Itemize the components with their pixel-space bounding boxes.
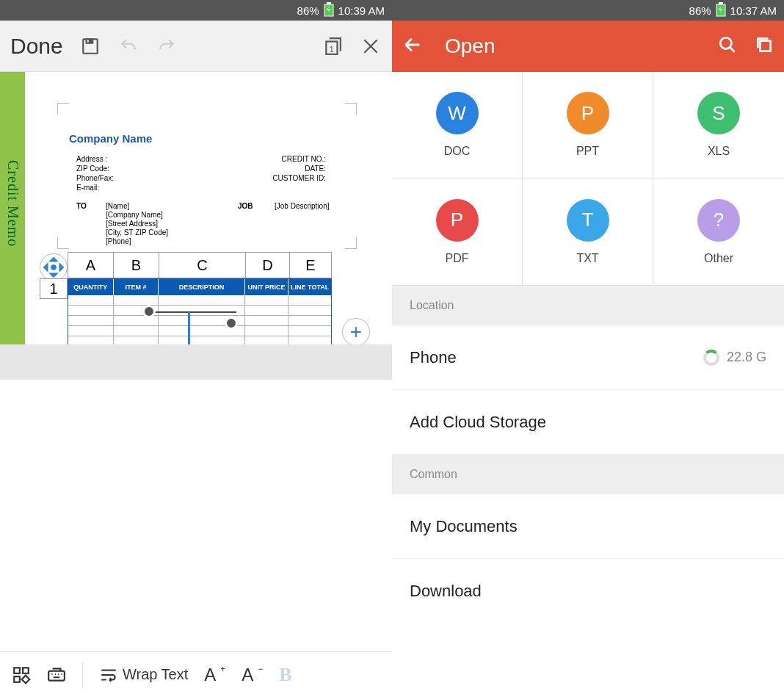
svg-rect-2 xyxy=(327,2,331,4)
grid-row[interactable] xyxy=(68,326,331,336)
right-screenshot: 86% 10:37 AM Open WDOCPPPTSXLSPPDFTTXT?O… xyxy=(392,0,784,697)
close-icon[interactable] xyxy=(360,35,382,57)
filetype-label: Other xyxy=(704,252,733,265)
save-icon[interactable] xyxy=(79,35,101,57)
location-phone-label: Phone xyxy=(410,348,703,367)
filetype-grid: WDOCPPPTSXLSPPDFTTXT?Other xyxy=(392,72,784,286)
clock-time: 10:37 AM xyxy=(730,4,777,17)
company-meta-right: CREDIT NO.:DATE:CUSTOMER ID: xyxy=(208,155,326,193)
location-add-cloud[interactable]: Add Cloud Storage xyxy=(392,390,784,455)
filetype-icon: T xyxy=(567,199,609,242)
font-increase-button[interactable]: A+ xyxy=(204,665,225,685)
storage-ring-icon xyxy=(703,350,719,366)
document-page[interactable]: Company Name Address :ZIP Code:Phone/Fax… xyxy=(25,72,392,344)
filetype-doc[interactable]: WDOC xyxy=(392,72,523,178)
done-button[interactable]: Done xyxy=(10,34,63,59)
battery-percent: 86% xyxy=(689,4,711,17)
column-header-c[interactable]: C xyxy=(159,252,245,278)
location-phone-size: 22.8 G xyxy=(727,350,766,365)
format-toolbar: Wrap Text A+ A− B xyxy=(0,651,392,697)
redo-icon[interactable] xyxy=(156,35,178,57)
company-name: Company Name xyxy=(69,132,370,145)
keyboard-icon[interactable] xyxy=(47,665,66,685)
battery-icon xyxy=(716,2,726,19)
grid-header-cell: DESCRIPTION xyxy=(159,279,244,295)
editor-toolbar: Done 1 xyxy=(0,21,392,72)
filetype-icon: P xyxy=(436,199,479,242)
column-header-d[interactable]: D xyxy=(245,252,289,278)
grid-header-cell: ITEM # xyxy=(114,279,159,295)
filetype-txt[interactable]: TTXT xyxy=(523,178,653,285)
section-header-location: Location xyxy=(392,286,784,325)
svg-point-8 xyxy=(52,266,56,270)
filetype-icon: ? xyxy=(697,199,740,242)
undo-icon[interactable] xyxy=(117,35,139,57)
back-arrow-icon[interactable] xyxy=(402,35,423,58)
pages-icon[interactable]: 1 xyxy=(322,35,344,57)
location-cloud-label: Add Cloud Storage xyxy=(410,413,766,432)
section-header-common: Common xyxy=(392,455,784,494)
document-tab-label: Credit Memo xyxy=(4,160,21,247)
svg-point-17 xyxy=(720,37,731,48)
filetype-pdf[interactable]: PPDF xyxy=(392,178,523,285)
move-handle-icon[interactable] xyxy=(40,253,68,281)
column-header-e[interactable]: E xyxy=(289,252,332,278)
status-bar-left: 86% 10:39 AM xyxy=(0,0,392,21)
to-label: TO xyxy=(76,202,106,246)
job-label: JOB xyxy=(238,202,275,246)
common-download[interactable]: Download xyxy=(392,559,784,624)
wrap-text-button[interactable]: Wrap Text xyxy=(99,665,188,685)
open-toolbar: Open xyxy=(392,21,784,72)
common-docs-label: My Documents xyxy=(410,517,766,536)
filetype-label: DOC xyxy=(444,145,471,158)
grid-header-cell: QUANTITY xyxy=(68,279,114,295)
grid-row[interactable] xyxy=(68,316,331,326)
spreadsheet-grid[interactable]: QUANTITYITEM #DESCRIPTIONUNIT PRICELINE … xyxy=(68,278,332,344)
bold-button[interactable]: B xyxy=(279,664,291,686)
svg-rect-16 xyxy=(719,2,723,4)
grid-row[interactable] xyxy=(68,336,331,344)
filetype-ppt[interactable]: PPPT xyxy=(523,72,653,178)
grid-row[interactable] xyxy=(68,295,331,306)
battery-icon xyxy=(324,2,334,19)
crop-corner-tr xyxy=(345,103,357,115)
job-body: [Job Description] xyxy=(275,202,329,246)
apps-icon[interactable] xyxy=(12,665,31,685)
column-header-a[interactable]: A xyxy=(68,252,113,278)
grid-header-cell: LINE TOTAL xyxy=(288,279,331,295)
location-phone[interactable]: Phone 22.8 G xyxy=(392,325,784,390)
column-headers[interactable]: ABCDE xyxy=(68,252,370,278)
svg-text:1: 1 xyxy=(330,44,334,53)
filetype-label: PPT xyxy=(576,145,599,158)
grid-row[interactable] xyxy=(68,306,331,316)
common-my-documents[interactable]: My Documents xyxy=(392,494,784,559)
svg-rect-18 xyxy=(761,41,771,51)
filetype-icon: S xyxy=(697,92,740,134)
filetype-label: XLS xyxy=(708,145,730,158)
svg-rect-12 xyxy=(22,675,30,683)
search-icon[interactable] xyxy=(718,35,737,57)
font-decrease-button[interactable]: A− xyxy=(242,665,263,685)
company-meta-left: Address :ZIP Code:Phone/Fax:E-mail: xyxy=(76,155,208,193)
left-screenshot: 86% 10:39 AM Done 1 xyxy=(0,0,392,697)
clock-time: 10:39 AM xyxy=(338,4,385,17)
filetype-label: TXT xyxy=(576,252,598,265)
svg-rect-13 xyxy=(48,671,65,680)
svg-rect-10 xyxy=(23,668,29,673)
to-body: [Name][Company Name][Street Address][Cit… xyxy=(106,202,208,246)
column-header-b[interactable]: B xyxy=(113,252,159,278)
filetype-label: PDF xyxy=(446,252,469,265)
document-tab-strip: Credit Memo xyxy=(0,72,25,344)
wrap-text-label: Wrap Text xyxy=(123,666,188,683)
filetype-other[interactable]: ?Other xyxy=(653,178,784,285)
crop-corner-br xyxy=(345,237,357,249)
svg-rect-11 xyxy=(14,676,20,682)
copy-icon[interactable] xyxy=(755,35,774,57)
crop-corner-bl xyxy=(57,237,69,249)
add-column-button[interactable]: + xyxy=(342,318,370,344)
filetype-xls[interactable]: SXLS xyxy=(653,72,784,178)
svg-rect-5 xyxy=(90,40,91,42)
row-header-first[interactable]: 1 xyxy=(40,278,68,299)
battery-percent: 86% xyxy=(297,4,319,17)
grid-header-cell: UNIT PRICE xyxy=(245,279,289,295)
